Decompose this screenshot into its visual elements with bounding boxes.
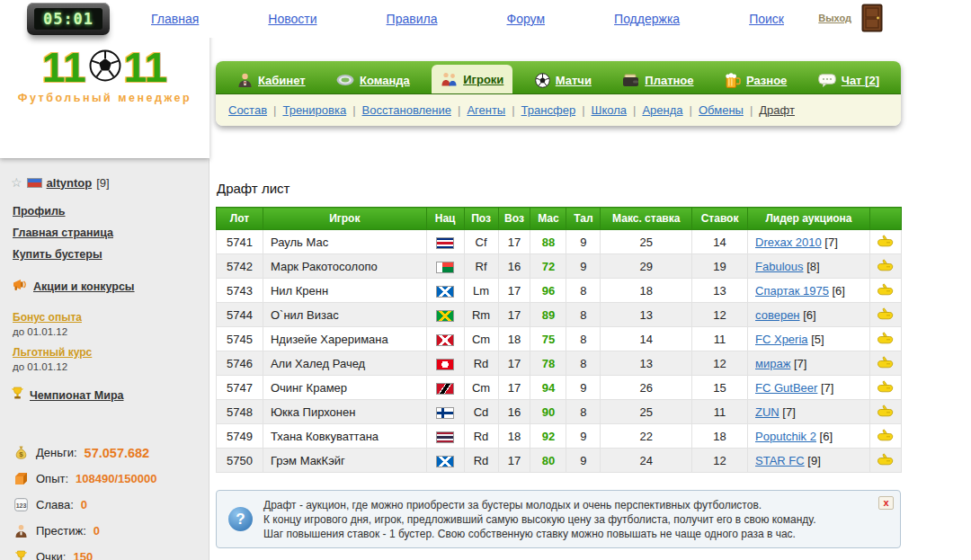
user-row: ☆ altyntop [9] [11,175,209,190]
bid-hand-icon[interactable] [877,404,894,417]
talent-cell: 8 [566,327,601,351]
world-championship-link[interactable]: Чемпионат Мира [30,389,123,402]
leader-level: [6] [829,284,845,298]
leader-level: [8] [804,260,820,273]
flag-mdg-icon [436,262,454,273]
skill-cell: 92 [530,424,566,449]
subnav-link-transfer[interactable]: Трансфер [521,103,576,117]
leader-level: [6] [816,430,833,443]
leader-link[interactable]: ZUN [755,405,779,419]
subnav-separator: | [750,103,753,117]
subnav-link-agenty[interactable]: Агенты [467,103,505,117]
bid-hand-icon[interactable] [877,453,894,466]
bonus-link[interactable]: Льготный курс [13,346,92,359]
bid-hand-icon[interactable] [877,307,894,320]
leader-link[interactable]: Спартак 1975 [755,284,829,298]
subnav-link-vosstanovlenie[interactable]: Восстановление [362,103,451,117]
topnav-link-home[interactable]: Главная [151,12,199,26]
timer-value: 05:01 [34,8,102,30]
leader-cell: FC Xperia [5] [748,327,870,351]
bid-cell [869,327,901,351]
subnav-link-sostav[interactable]: Состав [228,103,267,117]
topnav-link-search[interactable]: Поиск [749,12,784,26]
tab-label: Матчи [556,74,592,87]
age-cell: 17 [498,351,530,376]
bids-cell: 11 [692,400,748,424]
position-cell: Rd [464,424,498,449]
subnav-link-obmeny[interactable]: Обмены [699,103,744,117]
leader-cell: STAR FC [9] [748,449,870,473]
close-icon[interactable]: x [878,496,894,510]
bids-cell: 18 [692,424,748,449]
skill-cell: 78 [530,351,566,376]
lot-cell: 5746 [217,351,263,376]
bid-hand-icon[interactable] [877,259,894,271]
talent-cell: 9 [566,254,601,279]
age-cell: 17 [498,376,530,400]
subnav-link-arenda[interactable]: Аренда [642,103,682,117]
bid-hand-icon[interactable] [877,332,894,344]
topnav-link-news[interactable]: Новости [268,12,316,26]
draft-row: 5748Юкка ПирхоненCd169082511ZUN [7] [217,400,902,424]
dice-icon: 123 [13,498,29,511]
topnav-link-support[interactable]: Поддержка [614,12,680,26]
tab-players[interactable]: Игроки [432,65,512,93]
leader-link[interactable]: мираж [755,357,790,370]
draft-row: 5749Тхана КовкуваттанаRd189292218Poputch… [217,424,902,449]
expbox-icon [13,472,29,485]
tab-team[interactable]: Команда [327,67,419,93]
topnav-link-rules[interactable]: Правила [387,12,438,26]
beer-icon [725,73,741,88]
topnav-link-forum[interactable]: Форум [507,12,546,26]
bid-cell [869,400,901,424]
user-name-link[interactable]: altyntop [47,176,93,190]
sidebar-link-buy-boosters[interactable]: Купить бустеры [13,248,209,261]
max-bid-cell: 13 [601,303,692,327]
leader-link[interactable]: STAR FC [755,454,805,467]
bid-cell [869,351,901,376]
tab-paid[interactable]: Платное [613,67,702,93]
stat-value: 0 [94,524,100,538]
bonus-link[interactable]: Бонус опыта [13,311,82,324]
flag-tto-icon [436,383,454,395]
tab-label: Кабинет [258,74,306,87]
nationality-cell [426,376,464,400]
subnav-link-shkola[interactable]: Школа [592,103,628,117]
site-logo[interactable]: 11 11 Футбольный менеджер [13,47,197,104]
promotions-link[interactable]: Акции и конкурсы [33,280,135,293]
leader-cell: Спартак 1975 [6] [748,279,870,303]
leader-link[interactable]: Poputchik 2 [755,430,816,443]
bid-hand-icon[interactable] [877,235,894,247]
bonus-until: до 01.01.12 [13,361,209,372]
players-icon [441,72,458,86]
bid-cell [869,230,901,254]
leader-link[interactable]: соверен [755,308,800,322]
bid-hand-icon[interactable] [877,380,894,393]
age-cell: 17 [498,449,530,473]
leader-link[interactable]: Drexax 2010 [755,236,822,249]
leader-link[interactable]: FC Xperia [755,333,808,346]
bid-hand-icon[interactable] [877,356,894,369]
tab-misc[interactable]: Разное [716,67,796,93]
skill-cell: 80 [530,449,566,473]
sidebar-link-profile[interactable]: Профиль [13,205,209,218]
tab-chat[interactable]: Чат [2] [809,67,888,93]
logout-link[interactable]: Выход [818,13,851,23]
subnav-link-draft[interactable]: Драфт [759,103,795,117]
tab-matches[interactable]: Матчи [526,67,601,93]
info-line: Драфт - аукцион, где можно приобрести за… [263,498,877,512]
leader-level: [9] [805,454,821,467]
leader-link[interactable]: Fabulous [755,260,803,273]
bids-cell: 12 [692,449,748,473]
sidebar-link-mainpage[interactable]: Главная страница [13,227,209,239]
bid-hand-icon[interactable] [877,283,894,296]
door-icon[interactable] [861,4,883,32]
tab-label: Команда [360,74,410,87]
subnav-link-trenirovka[interactable]: Тренировка [282,103,346,117]
tab-cabinet[interactable]: Кабинет [228,67,315,93]
age-cell: 18 [498,424,530,449]
leader-link[interactable]: FC GutBeer [755,381,817,395]
soccer-ball-icon [89,49,121,85]
question-icon: ? [228,507,253,531]
bid-hand-icon[interactable] [877,429,894,441]
